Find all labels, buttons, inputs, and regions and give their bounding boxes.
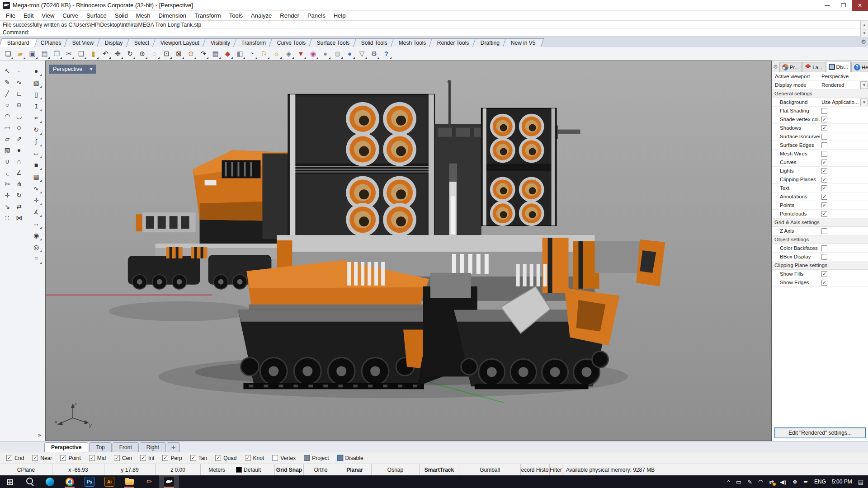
panel-row[interactable]: Flat Shading ▼ [772, 107, 868, 115]
photoshop-app[interactable]: Ps [80, 475, 99, 488]
checkbox[interactable] [821, 142, 827, 148]
panel-tab-layers[interactable]: La... [802, 62, 825, 72]
rectangle-icon[interactable]: ▭ [1, 122, 13, 133]
edit-rendered-settings-button[interactable]: Edit "Rendered" settings... [774, 427, 866, 438]
filter-toggle[interactable]: Filter [550, 464, 562, 475]
checkbox[interactable] [821, 177, 827, 183]
viewport-layout-icon[interactable]: ▦ [209, 48, 222, 60]
cylinder-flyout-icon[interactable]: ▯ [30, 89, 42, 100]
menu-solid[interactable]: Solid [111, 11, 132, 21]
panel-row[interactable]: Object settings ▼ [772, 235, 868, 244]
osnap-vertex[interactable]: Vertex [272, 455, 296, 461]
checkbox[interactable] [821, 151, 827, 157]
rotate-view-icon[interactable]: ↻ [124, 48, 136, 60]
checkbox[interactable] [821, 271, 827, 277]
language-indicator[interactable]: ENG [814, 479, 826, 485]
osnap-checkbox[interactable] [60, 455, 66, 461]
remote-access-icon[interactable]: ⇄ [769, 479, 774, 485]
checkbox[interactable] [821, 117, 827, 122]
color-picker-icon[interactable]: ◉ [307, 48, 319, 60]
loft-flyout-icon[interactable]: ≈ [30, 112, 42, 124]
menu-view[interactable]: View [38, 11, 58, 21]
sphere-icon[interactable]: ● [13, 144, 25, 155]
circle-icon[interactable]: ○ [1, 99, 13, 110]
polygon-icon[interactable]: ◇ [13, 122, 25, 133]
sidebar-more-chevron[interactable]: » [38, 432, 41, 438]
tab-surface-tools[interactable]: Surface Tools [309, 38, 358, 47]
explorer-app[interactable] [119, 475, 139, 488]
menu-panels[interactable]: Panels [303, 11, 330, 21]
panel-row[interactable]: Text ▼ [772, 184, 868, 192]
osnap-checkbox[interactable] [272, 455, 278, 461]
menu-tools[interactable]: Tools [225, 11, 247, 21]
vtab-perspective[interactable]: Perspective [44, 442, 88, 452]
scale-icon[interactable]: ↘ [1, 201, 13, 212]
search-button[interactable] [20, 475, 40, 488]
tab-render-tools[interactable]: Render Tools [429, 38, 477, 47]
osnap-checkbox[interactable] [304, 455, 310, 461]
tab-drafting[interactable]: Drafting [472, 38, 507, 47]
checkbox[interactable] [821, 280, 827, 286]
transform-tools-icon[interactable]: ✛ [30, 194, 42, 206]
chrome-app[interactable] [60, 475, 80, 488]
osnap-end[interactable]: End [6, 455, 24, 461]
render-icon[interactable]: ◆ [222, 48, 234, 60]
dropbox-icon[interactable]: ❖ [792, 479, 797, 485]
checkbox[interactable] [821, 185, 827, 191]
record-history-toggle[interactable]: Record History [521, 464, 550, 475]
pencil-app[interactable] [139, 475, 159, 488]
osnap-near[interactable]: Near [32, 455, 52, 461]
clock[interactable]: 5:00 PM [832, 479, 852, 485]
checkbox[interactable] [821, 211, 827, 217]
checkbox[interactable] [821, 134, 827, 140]
osnap-disable[interactable]: Disable [337, 455, 363, 461]
panel-row[interactable]: Color Backfaces ▼ [772, 244, 868, 253]
panel-row[interactable]: General settings ▼ [772, 89, 868, 98]
tab-standard[interactable]: Standard [0, 38, 38, 47]
polyline-icon[interactable]: ∟ [13, 88, 25, 99]
undo-view-icon[interactable]: ↷ [197, 48, 209, 60]
render-tools-icon[interactable]: ◉ [30, 230, 42, 241]
panel-row[interactable]: Grid & Axis settings ▼ [772, 218, 868, 227]
osnap-checkbox[interactable] [89, 455, 95, 461]
illustrator-app[interactable]: Ai [99, 475, 119, 488]
osnap-mid[interactable]: Mid [89, 455, 106, 461]
analyze-tools-icon[interactable]: ∡ [30, 206, 42, 218]
panel-row[interactable]: Z Axis ▼ [772, 227, 868, 235]
zoom-selected-icon[interactable]: ⊙ [185, 48, 197, 60]
move-icon[interactable]: ✛ [1, 189, 13, 201]
z-coordinate[interactable]: z 0.00 [156, 464, 201, 475]
vtab-front[interactable]: Front [113, 442, 139, 452]
tab-options-gear-icon[interactable]: ⚙ [861, 38, 866, 45]
panel-row[interactable]: Surface Edges ▼ [772, 141, 868, 150]
zoom-window-icon[interactable]: ⊡ [160, 48, 173, 60]
checkbox[interactable] [821, 254, 827, 260]
rhino-app[interactable] [159, 475, 179, 488]
grid-snap-toggle[interactable]: Grid Snap [275, 464, 304, 475]
print-icon[interactable]: ▤ [38, 48, 51, 60]
osnap-toggle[interactable]: Osnap [372, 464, 420, 475]
panel-row[interactable]: Display mode Rendered ▼ [772, 81, 868, 89]
ghosted-display-icon[interactable]: ◍ [331, 48, 344, 60]
osnap-checkbox[interactable] [114, 455, 120, 461]
set-view-icon[interactable]: ◔ [246, 48, 258, 60]
help-icon[interactable]: ? [380, 48, 392, 60]
checkbox[interactable] [821, 228, 827, 234]
annotate-icon[interactable]: ⚐ [258, 48, 270, 60]
box-icon[interactable]: ▧ [1, 144, 13, 155]
panel-row[interactable]: Show Edges ▼ [772, 278, 868, 287]
checkbox[interactable] [821, 108, 827, 114]
arc-icon[interactable]: ◠ [1, 110, 13, 122]
split-icon[interactable]: ⋔ [13, 178, 25, 189]
layers-icon[interactable]: ▼ [295, 48, 307, 60]
units-cell[interactable]: Meters [201, 464, 233, 475]
menu-surface[interactable]: Surface [82, 11, 111, 21]
freeform-curve-icon[interactable]: ∿ [13, 76, 25, 88]
export-icon[interactable]: ❐ [51, 48, 63, 60]
cplane-cell[interactable]: CPlane [0, 464, 52, 475]
command-input-line[interactable]: Command: [0, 29, 868, 37]
osnap-checkbox[interactable] [6, 455, 12, 461]
lock-icon[interactable]: ◈ [283, 48, 295, 60]
vtab-right[interactable]: Right [140, 442, 166, 452]
gumball-toggle[interactable]: Gumball [459, 464, 521, 475]
